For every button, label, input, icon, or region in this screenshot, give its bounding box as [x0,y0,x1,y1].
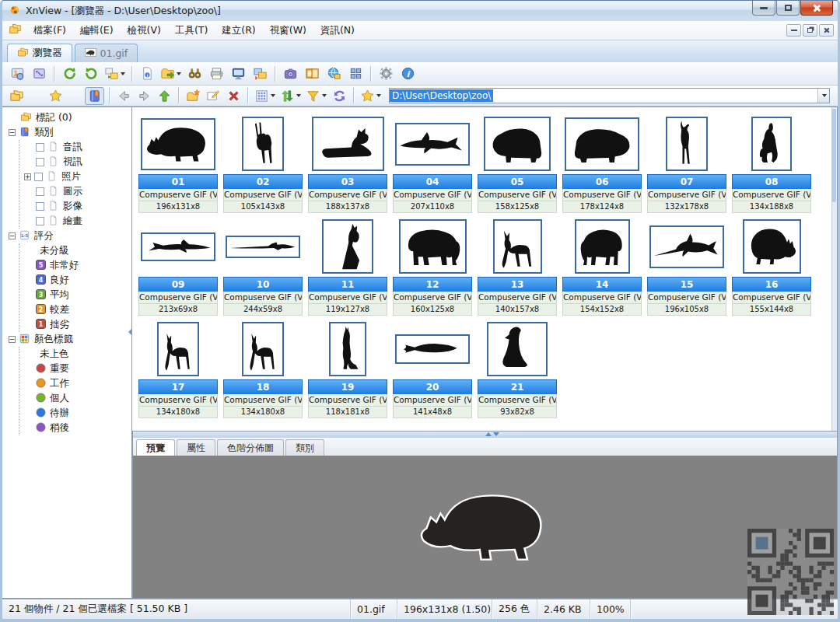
print-button[interactable] [206,64,226,84]
menu-item[interactable]: 編輯(E) [73,22,121,38]
minimize-button[interactable] [752,1,775,16]
collapse-box-icon[interactable]: − [9,129,16,136]
batch-convert-button[interactable] [250,64,270,84]
thumbnail-cell[interactable]: 01 Compuserve GIF (V... 196x131x8 [138,114,218,213]
tree-item-個人[interactable]: 個人 [24,391,131,406]
tree-item-非常好[interactable]: 5非常好 [24,258,131,273]
thumbnail-cell[interactable]: 15 Compuserve GIF (V... 196x105x8 [647,216,726,316]
thumbnail-cell[interactable]: 21 Compuserve GIF (V... 93x82x8 [478,319,557,418]
tree-item-顏色標籤[interactable]: −顏色標籤 [9,332,131,347]
thumbnail-cell[interactable]: 06 Compuserve GIF (V... 178x124x8 [562,114,642,213]
thumbnail-image[interactable] [751,117,792,171]
address-dropdown-button[interactable] [817,89,829,103]
tree-item-音訊[interactable]: 音訊 [24,140,131,155]
thumbnail-image[interactable] [312,117,384,171]
close-button[interactable] [800,1,833,16]
thumbnail-image[interactable] [141,118,215,170]
expand-box-icon[interactable]: + [24,173,31,180]
thumbnail-cell[interactable]: 11 Compuserve GIF (V... 119x127x8 [308,216,387,316]
tree-item-繪畫[interactable]: 繪畫 [24,214,131,229]
rotate-right-button[interactable] [81,64,101,84]
properties-button[interactable]: i [137,64,157,84]
thumbnail-image[interactable] [487,322,548,376]
categories-book-button[interactable] [85,87,104,105]
thumbnail-image[interactable] [226,236,300,258]
tree-item-稍後[interactable]: 稍後 [24,421,131,435]
preview-tab-類別[interactable]: 類別 [285,439,324,456]
settings-button[interactable] [376,64,396,84]
category-checkbox[interactable] [36,187,44,196]
tree-item-影像[interactable]: 影像 [24,199,131,214]
refresh-button[interactable] [330,87,348,105]
preview-tab-色階分佈圖[interactable]: 色階分佈圖 [217,439,284,456]
view-mode-button[interactable] [253,87,277,105]
tab-01.gif[interactable]: 01.gif [75,44,138,62]
thumbnail-cell[interactable]: 18 Compuserve GIF (V... 134x180x8 [223,319,303,418]
forward-button[interactable] [135,87,153,105]
collapse-box-icon[interactable]: − [9,336,16,343]
thumbnail-cell[interactable]: 07 Compuserve GIF (V... 132x178x8 [647,114,726,213]
preview-tab-屬性[interactable]: 屬性 [177,439,215,456]
tree-item-標記 (0)[interactable]: 標記 (0) [9,110,131,125]
category-checkbox[interactable] [36,158,44,166]
menu-item[interactable]: 檔案(F) [26,22,73,38]
thumbnail-image[interactable] [666,117,708,171]
thumbnail-cell[interactable]: 09 Compuserve GIF (V... 213x69x8 [138,216,218,316]
tree-item-平均[interactable]: 3平均 [24,288,131,302]
contact-sheet-button[interactable] [345,64,366,84]
thumbnail-cell[interactable]: 13 Compuserve GIF (V... 140x157x8 [478,216,557,316]
thumbnail-image[interactable] [399,219,467,274]
thumbnail-image[interactable] [395,334,470,364]
tree-item-評分[interactable]: −1-5評分 [9,229,131,243]
tree-item-視訊[interactable]: 視訊 [24,155,131,169]
delete-button[interactable] [224,87,243,105]
menu-item[interactable]: 檢視(V) [121,22,168,38]
up-button[interactable] [155,87,173,105]
thumbnail-cell[interactable]: 04 Compuserve GIF (V... 207x110x8 [393,114,472,213]
rename-button[interactable] [204,87,222,105]
category-checkbox[interactable] [36,202,44,211]
thumbnail-cell[interactable]: 12 Compuserve GIF (V... 160x125x8 [393,216,472,316]
thumbnail-cell[interactable]: 17 Compuserve GIF (V... 134x180x8 [138,319,218,418]
thumbnail-image[interactable] [484,117,551,171]
compare-button[interactable] [302,64,322,84]
thumbnail-cell[interactable]: 19 Compuserve GIF (V... 118x181x8 [308,319,387,418]
category-checkbox[interactable] [36,217,44,225]
thumbnail-cell[interactable]: 03 Compuserve GIF (V... 188x137x8 [308,114,387,213]
thumbnail-image[interactable] [242,322,284,376]
tree-item-照片[interactable]: +照片 [24,169,131,184]
scrollbar-thumb[interactable] [832,109,836,202]
tab-瀏覽器[interactable]: 瀏覽器 [7,44,72,62]
menu-item[interactable]: 工具(T) [168,22,215,38]
tree-item-工作[interactable]: 工作 [24,376,131,391]
thumbnail-image[interactable] [141,232,215,261]
filter-button[interactable] [304,87,328,105]
tree-item-類別[interactable]: −類別 [9,125,131,140]
category-checkbox[interactable] [36,143,44,152]
back-button[interactable] [114,87,133,105]
tree-item-重要[interactable]: 重要 [24,362,131,376]
thumbnail-image[interactable] [157,322,199,376]
slideshow-button[interactable] [228,64,248,84]
thumbnail-cell[interactable]: 05 Compuserve GIF (V... 158x125x8 [478,114,557,213]
vertical-scrollbar[interactable] [831,107,837,431]
horizontal-splitter[interactable] [132,432,838,438]
folders-button[interactable] [7,87,26,105]
thumbnail-image[interactable] [575,219,630,274]
thumbnail-image[interactable] [329,322,366,376]
preview-tab-預覽[interactable]: 預覽 [136,439,175,456]
sort-button[interactable] [278,87,303,105]
maximize-button[interactable] [776,1,800,16]
menu-item[interactable]: 資訊(N) [313,22,362,38]
info-button[interactable]: i [397,64,418,84]
favorites-button[interactable] [359,87,383,105]
thumbnail-cell[interactable]: 14 Compuserve GIF (V... 154x152x8 [562,216,642,316]
thumbnail-image[interactable] [649,225,724,268]
tree-item-拙劣[interactable]: 1拙劣 [24,317,131,332]
rotate-left-button[interactable] [59,64,79,84]
tree-item-待辦[interactable]: 待辦 [24,406,131,421]
thumbnail-cell[interactable]: 08 Compuserve GIF (V... 134x188x8 [732,114,811,213]
thumbnail-image[interactable] [493,219,542,274]
thumbnail-cell[interactable]: 10 Compuserve GIF (V... 244x59x8 [223,216,303,316]
thumbnail-cell[interactable]: 20 Compuserve GIF (V... 141x48x8 [393,319,472,418]
